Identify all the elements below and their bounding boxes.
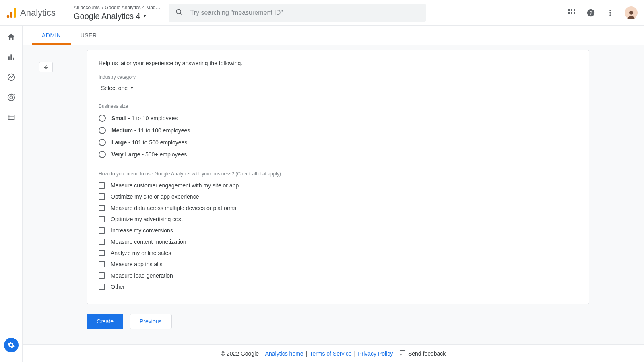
help-icon[interactable]: ? — [586, 8, 596, 18]
intent-option[interactable]: Measure content monetization — [99, 236, 578, 247]
svg-rect-5 — [568, 9, 570, 11]
svg-point-14 — [609, 12, 611, 14]
svg-text:?: ? — [589, 10, 592, 16]
send-feedback-label: Send feedback — [408, 350, 446, 357]
svg-rect-18 — [10, 54, 12, 60]
svg-line-4 — [180, 13, 182, 15]
apps-icon[interactable] — [567, 8, 576, 18]
intent-option[interactable]: Measure data across multiple devices or … — [99, 202, 578, 214]
svg-rect-23 — [8, 115, 14, 120]
search-icon — [175, 8, 183, 17]
svg-rect-8 — [568, 12, 570, 14]
send-feedback-button[interactable]: Send feedback — [399, 350, 446, 357]
svg-rect-10 — [574, 12, 575, 14]
search-field[interactable] — [169, 4, 426, 22]
svg-point-13 — [609, 10, 611, 11]
intent-label: How do you intend to use Google Analytic… — [99, 171, 578, 177]
chevron-right-icon: › — [101, 4, 103, 11]
breadcrumb-main: Google Analytics 4 — [74, 11, 140, 21]
analytics-logo-icon — [6, 7, 17, 19]
create-button[interactable]: Create — [87, 314, 123, 329]
intent-text: Optimize my advertising cost — [111, 216, 183, 222]
reports-icon[interactable] — [6, 52, 16, 62]
configure-icon[interactable] — [6, 113, 16, 122]
checkbox-icon — [99, 193, 105, 200]
checkbox-icon — [99, 272, 105, 279]
account-picker[interactable]: All accounts › Google Analytics 4 Mag… G… — [74, 4, 160, 21]
business-size-text: Very Large - 500+ employees — [111, 151, 187, 158]
business-size-option[interactable]: Very Large - 500+ employees — [99, 148, 578, 160]
explore-icon[interactable] — [6, 72, 16, 82]
svg-rect-9 — [571, 12, 572, 14]
checkbox-icon — [99, 182, 105, 189]
svg-rect-0 — [14, 8, 16, 18]
previous-button[interactable]: Previous — [130, 314, 171, 329]
intent-option[interactable]: Other — [99, 281, 578, 292]
industry-select[interactable]: Select one ▼ — [99, 83, 136, 93]
nav-rail — [0, 26, 23, 362]
intent-text: Measure customer engagement with my site… — [111, 182, 239, 189]
intent-text: Measure lead generation — [111, 272, 173, 279]
feedback-icon — [399, 350, 406, 357]
form-actions: Create Previous — [87, 314, 644, 329]
radio-icon — [99, 115, 106, 122]
stepper-line — [46, 45, 46, 302]
checkbox-icon — [99, 227, 105, 234]
search-input[interactable] — [190, 9, 420, 16]
admin-user-tabs: ADMIN USER — [23, 26, 644, 45]
breadcrumb-accounts: All accounts — [74, 5, 100, 10]
svg-rect-6 — [571, 9, 572, 11]
business-size-option[interactable]: Large - 101 to 500 employees — [99, 136, 578, 148]
radio-icon — [99, 151, 106, 158]
business-size-option[interactable]: Small - 1 to 10 employees — [99, 112, 578, 124]
footer-copyright: © 2022 Google — [221, 350, 259, 357]
svg-point-22 — [10, 96, 12, 99]
app-header: Analytics All accounts › Google Analytic… — [0, 0, 644, 26]
intent-option[interactable]: Measure lead generation — [99, 270, 578, 281]
intent-text: Measure data across multiple devices or … — [111, 205, 236, 211]
checkbox-icon — [99, 205, 105, 211]
product-logo[interactable]: Analytics — [6, 7, 56, 19]
business-size-text: Medium - 11 to 100 employees — [111, 127, 190, 134]
intent-option[interactable]: Optimize my advertising cost — [99, 214, 578, 225]
intent-text: Other — [111, 284, 125, 290]
more-vert-icon[interactable] — [605, 8, 615, 18]
back-button[interactable] — [39, 62, 53, 72]
intent-text: Analyze my online sales — [111, 250, 171, 256]
divider — [67, 6, 67, 20]
business-size-text: Large - 101 to 500 employees — [111, 139, 187, 146]
footer-link-privacy[interactable]: Privacy Policy — [358, 350, 393, 357]
svg-point-2 — [7, 15, 9, 17]
svg-rect-19 — [13, 58, 14, 60]
radio-icon — [99, 139, 106, 146]
business-size-label: Business size — [99, 103, 578, 109]
admin-gear-button[interactable] — [4, 338, 19, 352]
intent-text: Measure app installs — [111, 261, 162, 267]
intent-option[interactable]: Measure app installs — [99, 259, 578, 270]
header-actions: ? — [567, 6, 638, 19]
avatar[interactable] — [625, 6, 638, 19]
svg-rect-17 — [8, 56, 9, 60]
intent-text: Measure content monetization — [111, 239, 186, 245]
product-name: Analytics — [20, 8, 56, 18]
svg-point-16 — [629, 10, 633, 14]
footer-link-home[interactable]: Analytics home — [265, 350, 303, 357]
intent-option[interactable]: Increase my conversions — [99, 225, 578, 236]
caret-down-icon: ▼ — [143, 14, 147, 19]
caret-down-icon: ▼ — [130, 86, 134, 90]
industry-select-value: Select one — [101, 85, 128, 91]
checkbox-icon — [99, 261, 105, 267]
breadcrumb: All accounts › Google Analytics 4 Mag… — [74, 4, 160, 11]
home-icon[interactable] — [6, 32, 16, 42]
intent-option[interactable]: Optimize my site or app experience — [99, 191, 578, 202]
footer-link-terms[interactable]: Terms of Service — [310, 350, 351, 357]
intent-text: Increase my conversions — [111, 227, 173, 234]
tab-user[interactable]: USER — [71, 26, 107, 45]
advertising-icon[interactable] — [6, 93, 16, 102]
business-info-card: Help us tailor your experience by answer… — [87, 50, 589, 304]
industry-label: Industry category — [99, 74, 578, 80]
business-size-option[interactable]: Medium - 11 to 100 employees — [99, 124, 578, 136]
intent-option[interactable]: Analyze my online sales — [99, 247, 578, 259]
tab-admin[interactable]: ADMIN — [32, 26, 71, 45]
intent-option[interactable]: Measure customer engagement with my site… — [99, 180, 578, 191]
